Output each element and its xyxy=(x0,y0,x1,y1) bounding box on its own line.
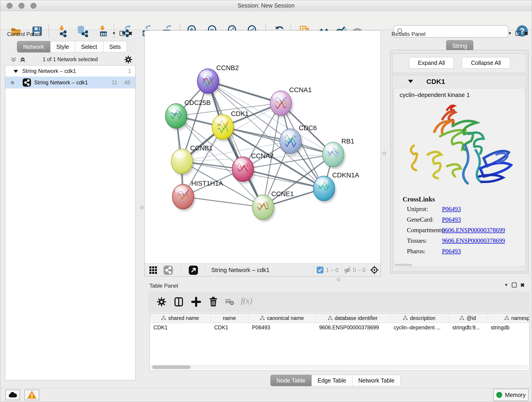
import-table-file-icon[interactable] xyxy=(96,25,108,37)
network-node-CCNB2[interactable]: CCNB2 xyxy=(197,64,239,96)
network-node-CDC6[interactable]: CDC6 xyxy=(280,124,317,156)
column-label: description xyxy=(410,315,435,321)
selected-checkbox-icon[interactable] xyxy=(317,267,323,274)
panel-close-icon[interactable]: ✖ xyxy=(128,31,133,36)
column-header-namespace[interactable]: namespace xyxy=(487,313,530,323)
protein-section-header[interactable]: CDK1 xyxy=(393,75,526,88)
network-row-selected[interactable]: String Network – cdk1 11 48 xyxy=(5,77,135,89)
import-network-file-icon[interactable] xyxy=(56,25,68,37)
function-builder-icon[interactable]: f(x) xyxy=(241,296,252,306)
crosslink-link[interactable]: 9606.ENSP00000378699 xyxy=(442,237,505,244)
tab-style[interactable]: Style xyxy=(51,41,75,52)
network-edge-CCNB2-CCNE1[interactable] xyxy=(208,81,263,207)
delete-table-icon[interactable] xyxy=(225,299,234,306)
hidden-eye-icon[interactable] xyxy=(344,266,351,275)
results-controls: Expand All Collapse All xyxy=(392,53,527,73)
crosslink-link[interactable]: P06493 xyxy=(442,216,461,223)
crosslink-link[interactable]: P06493 xyxy=(442,206,461,213)
control-panel-title: Control Panel xyxy=(7,31,40,37)
column-label: shared name xyxy=(168,315,199,321)
panel-float-icon[interactable] xyxy=(515,31,520,36)
protein-structure-image xyxy=(400,97,519,194)
tab-sets[interactable]: Sets xyxy=(103,41,127,52)
table-cell[interactable]: stringdb xyxy=(487,323,530,332)
network-node-HIST1H1A[interactable]: HIST1H1A xyxy=(172,180,223,211)
network-graph[interactable]: CCNB2CCNA1CDC25BCDK1CDC6RB1CCNB1CCNA2CDK… xyxy=(145,31,380,263)
column-header--id[interactable]: @id xyxy=(449,313,487,323)
window-title: Session: New Session xyxy=(0,2,532,9)
network-node-CCNE1[interactable]: CCNE1 xyxy=(252,190,294,222)
collapse-all-button[interactable]: Collapse All xyxy=(462,57,510,69)
table-cell[interactable]: stringdb:9... xyxy=(449,323,487,332)
panel-close-icon[interactable]: ✖ xyxy=(524,31,528,36)
tab-network[interactable]: Network xyxy=(17,41,51,52)
network-collection-row[interactable]: String Network – cdk1 1 xyxy=(5,65,135,77)
panel-menu-icon[interactable]: ▼ xyxy=(504,283,508,287)
panel-close-icon[interactable]: ✖ xyxy=(520,283,525,287)
panel-float-icon[interactable] xyxy=(120,31,124,36)
cloud-status-button[interactable] xyxy=(5,390,20,400)
crosslink-row: Pharos:P06493 xyxy=(407,248,521,255)
birds-eye-toggle-icon[interactable] xyxy=(370,265,379,275)
network-options-gear-icon[interactable] xyxy=(124,56,132,64)
node-label-CCNB2: CCNB2 xyxy=(216,64,239,71)
node-label-CCNA1: CCNA1 xyxy=(289,86,312,94)
network-node-count: 11 xyxy=(112,77,117,89)
column-header-canonical-name[interactable]: canonical name xyxy=(248,313,316,323)
column-header-database-identifier[interactable]: database identifier xyxy=(316,313,390,323)
table-cell[interactable]: P06493 xyxy=(248,323,316,332)
add-row-icon[interactable] xyxy=(191,297,201,308)
table-cell[interactable]: CDK1 xyxy=(150,323,210,332)
table-cell[interactable]: 9606.ENSP00000378699 xyxy=(316,323,390,332)
column-network-icon xyxy=(260,316,265,321)
open-in-window-icon[interactable] xyxy=(189,266,198,276)
crosslink-row: Compartments:9606.ENSP00000378699 xyxy=(407,227,521,234)
string-view-icon[interactable] xyxy=(164,266,173,276)
panel-menu-icon[interactable]: ▼ xyxy=(508,32,512,35)
control-panel-tabs: Network Style Select Sets xyxy=(17,41,127,52)
column-header-name[interactable]: name xyxy=(210,313,248,323)
network-node-CDKN1A[interactable]: CDKN1A xyxy=(313,172,359,203)
expand-all-button[interactable]: Expand All xyxy=(409,57,454,69)
results-scrollbar-thumb[interactable] xyxy=(395,264,412,266)
protein-name: CDK1 xyxy=(426,78,445,85)
statusbar: Memory xyxy=(0,388,532,402)
tab-edge-table[interactable]: Edge Table xyxy=(312,375,352,386)
tab-network-table[interactable]: Network Table xyxy=(352,375,401,386)
splitter-handle[interactable] xyxy=(382,152,386,155)
section-collapse-icon[interactable] xyxy=(408,80,413,83)
node-label-CCNB1: CCNB1 xyxy=(190,144,213,152)
column-header-description[interactable]: description xyxy=(390,313,449,323)
panel-float-icon[interactable] xyxy=(512,283,517,287)
toolbar-separator xyxy=(114,23,114,38)
table-gear-icon[interactable] xyxy=(157,297,166,307)
crosslink-row: Tissues:9606.ENSP00000378699 xyxy=(407,237,521,244)
table-cell[interactable]: cyclin–dependent ... xyxy=(390,323,449,332)
table-row[interactable]: CDK1CDK1P064939606.ENSP00000378699cyclin… xyxy=(150,323,530,332)
splitter-handle[interactable] xyxy=(336,278,341,281)
crosslink-link[interactable]: 9606.ENSP00000378699 xyxy=(442,227,505,234)
import-network-database-icon[interactable] xyxy=(77,25,89,37)
tab-select[interactable]: Select xyxy=(75,41,103,52)
node-label-CDC25B: CDC25B xyxy=(184,99,210,106)
panel-menu-icon[interactable]: ▼ xyxy=(112,32,116,35)
splitter-handle[interactable] xyxy=(140,206,144,210)
memory-button[interactable]: Memory xyxy=(493,389,529,401)
protein-section: CDK1 cyclin–dependent kinase 1 xyxy=(392,75,527,272)
tab-node-table[interactable]: Node Table xyxy=(270,375,312,386)
delete-trash-icon[interactable] xyxy=(208,296,218,308)
network-view-toolbar: String Network – cdk1 1 – 0 0 – 0 xyxy=(145,263,380,276)
column-network-icon xyxy=(459,316,464,321)
add-column-icon[interactable] xyxy=(174,297,184,308)
crosslink-link[interactable]: P06493 xyxy=(442,248,461,255)
cloud-icon xyxy=(8,391,17,398)
table-cell[interactable]: CDK1 xyxy=(210,323,248,332)
table-hscrollbar-thumb[interactable] xyxy=(152,365,191,369)
collection-expand-icon[interactable] xyxy=(13,70,18,73)
collection-count: 1 xyxy=(128,65,131,77)
warning-status-button[interactable] xyxy=(25,390,39,400)
grid-view-icon[interactable] xyxy=(149,266,158,275)
network-node-RB1[interactable]: RB1 xyxy=(322,138,354,169)
column-header-shared-name[interactable]: shared name xyxy=(150,313,210,323)
node-label-CDKN1A: CDKN1A xyxy=(332,172,359,179)
